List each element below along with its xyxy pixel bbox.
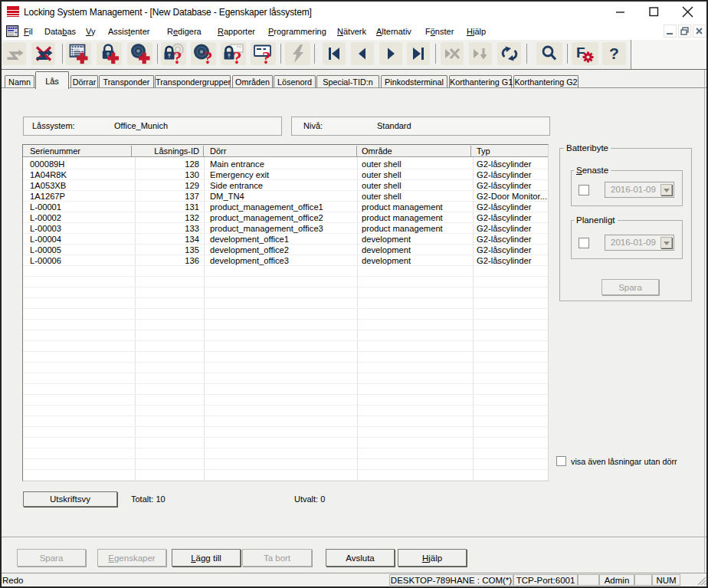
svg-text:?: ? [204,48,213,65]
svg-text:?: ? [173,48,182,65]
svg-text:?: ? [262,48,271,65]
svg-text:?: ? [609,44,619,62]
svg-text:?: ? [233,48,242,65]
